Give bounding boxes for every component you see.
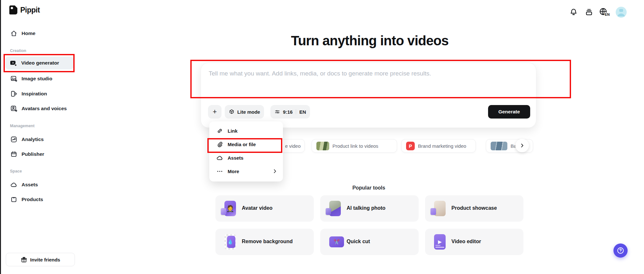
sidebar-item-label: Assets [22,182,38,188]
suggestion-label: Brand marketing video [418,143,466,149]
page-title: Turn anything into videos [193,33,547,49]
cube-icon [229,109,235,115]
suggestion-label: e video [285,143,301,149]
tool-card-product-showcase[interactable]: Product showcase [425,195,523,222]
sliders-icon [274,109,280,115]
suggestion-thumbnail [491,142,507,150]
image-studio-icon [10,75,17,82]
menu-item-more[interactable]: More [209,164,283,178]
user-avatar[interactable] [616,7,627,18]
section-label-space: Space [10,169,22,173]
video-generator-icon [10,59,17,67]
suggestion-label: Product link to videos [332,143,378,149]
app-logo[interactable]: Pippit [9,5,40,15]
tool-card-label: Video editor [451,239,481,244]
tool-card-remove-background[interactable]: 💧 Remove background [215,229,314,255]
lite-mode-label: Lite mode [237,109,260,115]
menu-item-link[interactable]: Link [209,124,283,137]
sidebar-item-inspiration[interactable]: Inspiration [1,89,76,99]
pinterest-p-badge: P [406,142,415,150]
ellipsis-icon [216,168,223,175]
products-icon [10,196,17,203]
invite-friends-button[interactable]: Invite friends [6,253,75,266]
sidebar-item-label: Analytics [22,137,44,142]
menu-item-label: More [228,169,239,174]
popular-tools-title: Popular tools [321,185,417,191]
language-label: EN [604,13,610,16]
aspect-ratio-label: 9:16 [283,109,293,115]
sidebar-item-image-studio[interactable]: Image studio [1,74,76,84]
tool-card-label: Quick cut [347,239,370,244]
suggestion-chip-brand-marketing-video[interactable]: P Brand marketing video [401,139,476,153]
analytics-icon [10,136,17,143]
menu-item-assets[interactable]: Assets [209,151,283,164]
help-button[interactable] [613,243,628,258]
sidebar-item-publisher[interactable]: Publisher [1,149,76,159]
tool-card-label: Product showcase [451,205,497,211]
chevron-right-icon [272,168,278,174]
gift-icon [21,256,27,263]
video-editor-thumbnail: ▶ [434,234,446,250]
remove-background-thumbnail: 💧 [224,234,236,250]
menu-item-label: Assets [228,155,243,161]
aspect-ratio-language-button[interactable]: 9:16 EN [270,105,310,119]
sidebar-item-avatars-and-voices[interactable]: Avatars and voices [1,103,76,114]
product-showcase-thumbnail-small [431,208,436,215]
sidebar-item-label: Image studio [22,76,52,82]
sidebar-item-video-generator[interactable]: Video generator [5,57,74,69]
quick-cut-thumbnail: ✂️ [329,236,344,247]
lite-mode-button[interactable]: Lite mode [225,105,264,119]
app-window: Pippit Home Creation Video generator Ima… [0,0,644,274]
menu-item-label: Media or file [228,142,256,147]
sidebar-item-label: Publisher [22,151,44,157]
attach-menu: Link Media or file Assets More [209,121,283,181]
suggestion-chip-product-link-to-videos[interactable]: Product link to videos [312,139,397,153]
prompt-input[interactable] [209,70,529,99]
sidebar-item-analytics[interactable]: Analytics [1,134,76,145]
tool-card-label: AI talking photo [347,205,385,211]
home-icon [10,30,17,37]
tool-card-avatar-video[interactable]: 🤵 Avatar video [215,195,314,222]
output-language-label: EN [299,109,306,115]
product-video-thumbnail [316,142,329,150]
tool-card-ai-talking-photo[interactable]: AI talking photo [320,195,419,222]
section-label-management: Management [10,124,34,128]
cloud-icon [216,155,223,161]
cloud-icon [10,181,17,188]
ai-talking-photo-thumbnail-small [326,208,331,215]
menu-item-label: Link [228,128,238,134]
language-selector[interactable]: EN [599,7,613,18]
tool-card-quick-cut[interactable]: ✂️ Quick cut [320,229,419,255]
tool-card-video-editor[interactable]: ▶ Video editor [425,229,523,255]
sidebar-item-label: Products [22,197,43,202]
sidebar-item-assets[interactable]: Assets [1,180,76,190]
avatars-icon [10,105,17,112]
app-title: Pippit [20,6,40,14]
sidebar-item-label: Home [22,31,35,36]
divider [296,109,296,114]
tool-card-label: Remove background [242,239,293,244]
section-label-creation: Creation [10,49,26,53]
sidebar-item-label: Avatars and voices [22,106,67,111]
sidebar-item-products[interactable]: Products [1,194,76,205]
suggestions-next-button[interactable] [515,139,529,152]
pippit-logo-icon [9,5,18,15]
invite-friends-label: Invite friends [30,257,60,262]
prompt-card: + Lite mode 9:16 EN Generate [201,63,536,128]
avatar-video-thumbnail-small [221,208,226,215]
menu-item-media-or-file[interactable]: Media or file [209,137,283,151]
sidebar-item-label: Video generator [21,60,59,66]
paperclip-icon [216,141,223,148]
sidebar-item-label: Inspiration [22,91,47,97]
link-icon [216,128,223,134]
add-attachment-button[interactable]: + [208,105,222,119]
sidebar-item-home[interactable]: Home [1,28,76,39]
inspiration-icon [10,90,17,97]
sidebar: Pippit Home Creation Video generator Ima… [1,0,76,274]
generate-button[interactable]: Generate [488,105,530,119]
publisher-icon [10,151,17,158]
card-stack-icon[interactable] [585,8,594,17]
notification-bell-icon[interactable] [569,8,578,17]
tool-card-label: Avatar video [242,205,272,211]
